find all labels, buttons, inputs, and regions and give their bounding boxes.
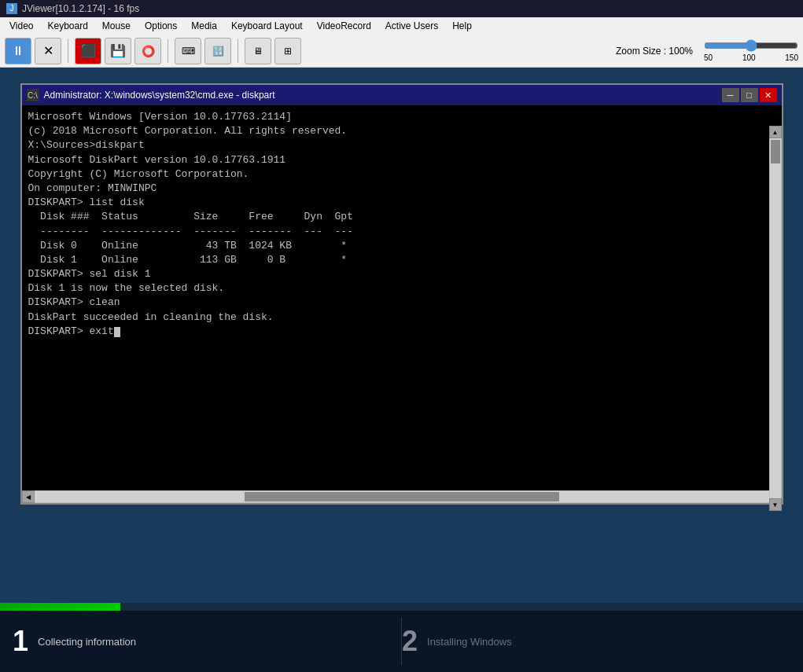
zoom-label: Zoom Size : 100% (616, 46, 693, 57)
menu-videorecord[interactable]: VideoRecord (311, 19, 378, 33)
scroll-track[interactable] (770, 138, 781, 498)
cmd-window: C:\ Administrator: X:\windows\system32\c… (20, 83, 783, 505)
bottom-status-bar: 1 Collecting information 2 Installing Wi… (0, 603, 803, 672)
scroll-up-arrow[interactable]: ▲ (769, 126, 782, 138)
app-icon: J (6, 3, 17, 14)
cmd-cursor (114, 327, 120, 337)
status-label-1: Collecting information (38, 636, 136, 648)
status-item-2: 2 Installing Windows (402, 625, 790, 658)
cmd-close-button[interactable]: ✕ (760, 88, 777, 102)
hscroll-thumb[interactable] (245, 492, 559, 501)
cmd-hscrollbar[interactable]: ◀ ▶ (22, 490, 782, 503)
zoom-min-label: 50 (704, 53, 713, 62)
hscroll-left-arrow[interactable]: ◀ (22, 490, 35, 503)
cmd-line: DISKPART> exit (28, 325, 766, 339)
cmd-maximize-button[interactable]: □ (741, 88, 758, 102)
status-item-1: 1 Collecting information (13, 625, 401, 658)
menu-options[interactable]: Options (138, 19, 183, 33)
toolbar-separator-1 (68, 39, 68, 63)
menu-media[interactable]: Media (185, 19, 223, 33)
numpad-button[interactable]: 🔢 (204, 38, 231, 64)
snapshot-button[interactable]: 💾 (105, 38, 131, 64)
zoom-mid-label: 100 (742, 53, 756, 62)
toolbar-separator-2 (168, 39, 168, 63)
cmd-icon: C:\ (27, 89, 39, 101)
cmd-scrollbar[interactable]: ▲ ▼ (769, 126, 782, 511)
cmd-line: On computer: MINWINPC (28, 182, 766, 196)
cmd-line: X:\Sources>diskpart (28, 138, 766, 152)
power-button[interactable]: ⭕ (134, 38, 161, 64)
screen-button[interactable]: 🖥 (245, 38, 271, 64)
cmd-line: DISKPART> list disk (28, 196, 766, 210)
status-number-1: 1 (13, 625, 28, 658)
cmd-line: DISKPART> clean (28, 296, 766, 310)
cmd-line: Disk 1 Online 113 GB 0 B * (28, 253, 766, 267)
menu-keyboard[interactable]: Keyboard (41, 19, 94, 33)
cmd-line: Microsoft DiskPart version 10.0.17763.19… (28, 153, 766, 167)
zoom-max-label: 150 (785, 53, 798, 62)
cmd-minimize-button[interactable]: ─ (722, 88, 739, 102)
scroll-thumb[interactable] (771, 140, 780, 163)
status-items: 1 Collecting information 2 Installing Wi… (0, 611, 803, 672)
stop-button[interactable]: ✕ (35, 38, 61, 64)
status-label-2: Installing Windows (427, 636, 512, 648)
menu-keyboard-layout[interactable]: Keyboard Layout (225, 19, 309, 33)
menu-help[interactable]: Help (446, 19, 478, 33)
cmd-body: Microsoft Windows [Version 10.0.17763.21… (22, 105, 782, 490)
progress-bar-container (0, 603, 803, 611)
cmd-window-controls: ─ □ ✕ (722, 88, 777, 102)
menu-active-users[interactable]: Active Users (379, 19, 444, 33)
cmd-line: Disk ### Status Size Free Dyn Gpt (28, 210, 766, 224)
cmd-line: Microsoft Windows [Version 10.0.17763.21… (28, 110, 766, 124)
zoom-slider[interactable] (704, 39, 798, 52)
scroll-down-arrow[interactable]: ▼ (769, 498, 782, 511)
record-button[interactable]: ⬛ (75, 38, 101, 64)
cmd-line: Disk 1 is now the selected disk. (28, 281, 766, 296)
toolbar: ⏸ ✕ ⬛ 💾 ⭕ ⌨ 🔢 🖥 ⊞ Zoom Size : 100% 50 10… (0, 35, 803, 68)
fullscreen-button[interactable]: ⊞ (274, 38, 301, 64)
cmd-line: Copyright (C) Microsoft Corporation. (28, 167, 766, 182)
menu-mouse[interactable]: Mouse (96, 19, 137, 33)
cmd-line: DISKPART> sel disk 1 (28, 267, 766, 281)
cmd-line: -------- ------------- ------- ------- -… (28, 225, 766, 239)
hscroll-track[interactable] (35, 491, 769, 502)
cmd-line: (c) 2018 Microsoft Corporation. All righ… (28, 124, 766, 138)
zoom-area: Zoom Size : 100% 50 100 150 (616, 39, 798, 62)
app-title: JViewer[10.1.2.174] - 16 fps (22, 3, 139, 14)
toolbar-separator-3 (238, 39, 238, 63)
main-content: C:\ Administrator: X:\windows\system32\c… (0, 68, 803, 603)
app-title-bar: J JViewer[10.1.2.174] - 16 fps (0, 0, 803, 17)
cmd-line: Disk 0 Online 43 TB 1024 KB * (28, 239, 766, 253)
menu-video[interactable]: Video (3, 19, 39, 33)
cmd-titlebar: C:\ Administrator: X:\windows\system32\c… (22, 85, 782, 105)
status-number-2: 2 (402, 625, 418, 658)
cmd-title: Administrator: X:\windows\system32\cmd.e… (44, 90, 275, 101)
cmd-line: DiskPart succeeded in cleaning the disk. (28, 310, 766, 325)
progress-bar-fill (0, 603, 120, 611)
keyboard-button[interactable]: ⌨ (175, 38, 201, 64)
play-pause-button[interactable]: ⏸ (5, 38, 31, 64)
menu-bar: Video Keyboard Mouse Options Media Keybo… (0, 17, 803, 35)
